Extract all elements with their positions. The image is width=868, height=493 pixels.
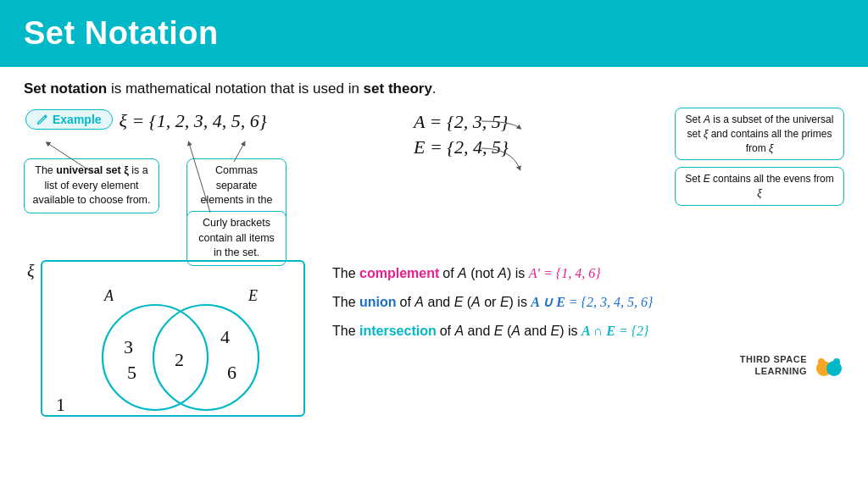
pencil-icon	[36, 114, 48, 125]
complement-keyword: complement	[359, 266, 439, 280]
top-section: Example ξ = {1, 2, 3, 4, 5, 6} The unive…	[24, 109, 844, 253]
operations: The complement of A (not A) is A′ = {1, …	[332, 260, 844, 380]
example-tag: Example	[25, 109, 113, 130]
intersection-keyword: intersection	[359, 324, 437, 338]
intro-bold-end: set theory	[364, 80, 432, 97]
svg-point-6	[153, 305, 259, 410]
svg-text:6: 6	[227, 362, 236, 383]
svg-point-16	[833, 358, 840, 365]
svg-point-15	[818, 358, 825, 365]
svg-text:E: E	[248, 287, 258, 304]
note-A: Set A is a subset of the universal set ξ…	[675, 108, 844, 160]
venn-svg: A E 3 5 2 4 6 1	[24, 260, 312, 425]
union-expr: A ∪ E = {2, 3, 4, 5, 6}	[531, 295, 653, 309]
right-sets: A = {2, 3, 5} E = {2, 4, 5} Set A is a s…	[388, 109, 844, 236]
complement-line: The complement of A (not A) is A′ = {1, …	[332, 263, 844, 284]
example-line: Example ξ = {1, 2, 3, 4, 5, 6}	[25, 109, 388, 133]
note-E: Set E contains all the evens from ξ	[675, 167, 844, 206]
header: Set Notation	[0, 0, 868, 67]
svg-text:2: 2	[175, 349, 184, 370]
union-keyword: union	[359, 295, 397, 309]
bubble-universal: The universal set ξ is a list of every e…	[24, 158, 159, 213]
bottom-section: ξ A E 3 5 2 4 6 1	[24, 260, 844, 425]
intro-bold-start: Set notation	[24, 80, 107, 97]
intro-text-middle: is mathematical notation that is used in	[107, 80, 363, 97]
bubble-curly: Curly brackets contain all items in the …	[186, 211, 287, 266]
intro-period: .	[432, 80, 437, 97]
example-tag-label: Example	[53, 113, 102, 126]
complement-expr: A′ = {1, 4, 6}	[529, 266, 601, 280]
venn-container: ξ A E 3 5 2 4 6 1	[24, 260, 312, 425]
svg-text:3: 3	[124, 336, 133, 357]
left-example: Example ξ = {1, 2, 3, 4, 5, 6} The unive…	[24, 109, 388, 253]
logo-text: THIRD SPACE LEARNING	[740, 353, 807, 378]
page-title: Set Notation	[24, 15, 844, 52]
svg-text:1: 1	[56, 394, 65, 415]
svg-point-5	[103, 305, 208, 410]
main-content: Set notation is mathematical notation th…	[0, 67, 868, 434]
intersection-expr: A ∩ E = {2}	[581, 324, 649, 338]
logo-area: THIRD SPACE LEARNING	[332, 350, 844, 380]
svg-text:A: A	[103, 287, 114, 304]
intersection-line: The intersection of A and E (A and E) is…	[332, 321, 844, 341]
svg-text:5: 5	[127, 362, 136, 383]
logo-icon	[814, 350, 844, 380]
union-line: The union of A and E (A or E) is A ∪ E =…	[332, 292, 844, 313]
svg-text:4: 4	[220, 326, 230, 347]
example-expression: ξ = {1, 2, 3, 4, 5, 6}	[120, 110, 267, 132]
intro-line: Set notation is mathematical notation th…	[24, 80, 844, 97]
set-annotations: Set A is a subset of the universal set ξ…	[675, 108, 844, 206]
